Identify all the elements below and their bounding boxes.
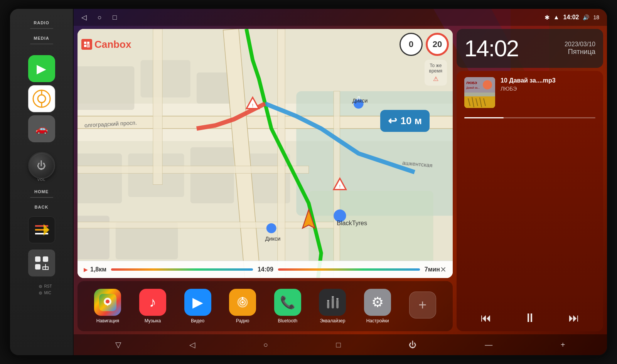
music-info: 10 Давай за....mp3 ЛЮБЭ xyxy=(501,77,595,92)
mic-dot xyxy=(39,292,42,295)
clock-date: 2023/03/10 Пятница xyxy=(565,41,595,56)
screen-area: ◁ ○ □ ✱ ▲ 14:02 🔊 18 xyxy=(74,9,607,355)
app-video-label: Видео xyxy=(191,318,204,324)
canbox-text: Canbox xyxy=(94,39,131,51)
svg-rect-47 xyxy=(84,42,86,44)
svg-text:Дикси: Дикси xyxy=(352,98,368,104)
app-music[interactable]: ♪ Музыка xyxy=(139,289,166,324)
app-settings[interactable]: ⚙ Настройки xyxy=(364,289,391,324)
power-icon: ⏻ xyxy=(37,160,46,171)
svg-text:!: ! xyxy=(252,103,253,108)
volume-icon: 🔊 xyxy=(583,14,589,20)
car-icon[interactable]: 🚗 xyxy=(28,115,55,142)
rst-item[interactable]: RST xyxy=(39,284,52,288)
clock-widget: 14:02 2023/03/10 Пятница xyxy=(457,29,603,68)
radio-button[interactable]: RADIO xyxy=(30,20,53,25)
app-equalizer-label: Эквалайзер xyxy=(320,318,345,324)
app-navigation-label: Навигация xyxy=(96,318,119,324)
clock-time: 14:02 xyxy=(464,35,518,62)
pause-button[interactable]: ⏸ xyxy=(524,311,536,325)
app-navigation[interactable]: Навигация xyxy=(94,289,121,324)
bottom-plus-btn[interactable]: + xyxy=(556,338,570,352)
nav-instruction: То же время ⚠ xyxy=(425,60,447,86)
app-equalizer-icon xyxy=(319,289,346,316)
back-button[interactable]: BACK xyxy=(35,205,49,209)
left-app-icons: ▶ 🚗 xyxy=(28,55,55,142)
svg-rect-29 xyxy=(78,222,340,228)
app-music-icon: ♪ xyxy=(139,289,166,316)
bottom-minus-btn[interactable]: — xyxy=(480,338,497,352)
svg-text:ЛЮБЭ: ЛЮБЭ xyxy=(466,81,477,85)
music-progress-fill xyxy=(464,117,504,118)
svg-rect-16 xyxy=(141,60,190,98)
rst-label: RST xyxy=(44,284,52,288)
svg-point-72 xyxy=(483,80,492,89)
music-progress-bar[interactable] xyxy=(464,117,595,118)
mic-label: MIC xyxy=(44,291,51,295)
grid-icon[interactable] xyxy=(28,249,55,276)
map-close-button[interactable]: ✕ xyxy=(440,265,447,274)
home-nav-btn[interactable]: ○ xyxy=(98,13,102,22)
svg-rect-28 xyxy=(78,166,309,173)
svg-rect-64 xyxy=(332,298,334,308)
map-stat-remaining: 7мин xyxy=(425,266,440,273)
svg-rect-60 xyxy=(242,297,243,299)
svg-rect-62 xyxy=(327,302,329,308)
speed-indicators: 0 20 xyxy=(400,33,449,56)
map-distance-value: 1,8км xyxy=(90,266,106,273)
app-radio[interactable]: Радио xyxy=(229,289,256,324)
status-right: ✱ ▲ 14:02 🔊 18 xyxy=(545,14,599,21)
svg-rect-20 xyxy=(190,147,234,203)
app-music-label: Музыка xyxy=(145,318,161,324)
svg-rect-49 xyxy=(84,45,86,47)
apps-row: Навигация ♪ Музыка ▶ xyxy=(78,281,453,331)
svg-rect-10 xyxy=(35,264,40,270)
app-bluetooth-icon: 📞 xyxy=(274,289,301,316)
music-title: 10 Давай за....mp3 xyxy=(501,77,595,84)
app-settings-label: Настройки xyxy=(366,318,389,324)
carplay-icon[interactable]: ▶ xyxy=(28,55,55,82)
svg-point-35 xyxy=(266,223,276,233)
svg-text:!: ! xyxy=(339,184,341,189)
map-stat-distance: ▶ 1,8км xyxy=(84,266,106,273)
app-add[interactable]: + xyxy=(409,292,436,321)
music-controls: ⏮ ⏸ ⏭ xyxy=(464,311,595,325)
bottom-home-btn[interactable]: ○ xyxy=(259,338,273,352)
home-button[interactable]: HOME xyxy=(30,189,53,194)
map-section: Д BlackTyres Дикси Дикси xyxy=(78,29,453,331)
app-bluetooth[interactable]: 📞 Bluetooth xyxy=(274,289,301,324)
back-nav-btn[interactable]: ◁ xyxy=(81,13,87,22)
media-button[interactable]: MEDIA xyxy=(30,36,53,40)
mic-item[interactable]: MIC xyxy=(39,291,51,295)
svg-text:Давай за...: Давай за... xyxy=(466,86,480,89)
clock-day-value: Пятница xyxy=(565,48,595,56)
prev-track-button[interactable]: ⏮ xyxy=(480,312,491,324)
map-widget[interactable]: Д BlackTyres Дикси Дикси xyxy=(78,29,453,278)
svg-text:Дикси: Дикси xyxy=(265,236,281,242)
orange-app-icon[interactable] xyxy=(28,85,55,112)
app-equalizer[interactable]: Эквалайзер xyxy=(319,289,346,324)
app-radio-label: Радио xyxy=(236,318,249,324)
power-knob[interactable]: ⏻ xyxy=(28,152,55,179)
stripes-icon[interactable] xyxy=(28,216,55,243)
map-bottom-bar: ▶ 1,8км 14:09 7мин ✕ xyxy=(78,261,453,278)
bottom-bar: ▽ ◁ ○ □ ⏻ — + xyxy=(74,334,607,355)
next-track-button[interactable]: ⏭ xyxy=(568,312,579,324)
svg-rect-18 xyxy=(78,153,122,203)
bottom-prev-btn[interactable]: ◁ xyxy=(185,338,200,352)
map-time-value: 14:09 xyxy=(258,266,273,273)
content-overlay: ◁ ○ □ ✱ ▲ 14:02 🔊 18 xyxy=(74,9,607,355)
bottom-power-btn[interactable]: ⏻ xyxy=(404,338,421,352)
bottom-recent-btn[interactable]: □ xyxy=(332,338,346,352)
svg-point-59 xyxy=(241,301,244,303)
right-section: 14:02 2023/03/10 Пятница xyxy=(457,29,603,331)
album-art: ЛЮБЭ Давай за... xyxy=(464,77,495,108)
nav-instruction-line1: То же xyxy=(429,63,442,68)
svg-rect-63 xyxy=(327,300,329,302)
wifi-status-icon: ▲ xyxy=(553,14,560,21)
status-time: 14:02 xyxy=(563,14,579,21)
bottom-back-btn[interactable]: ▽ xyxy=(111,338,126,352)
recent-nav-btn[interactable]: □ xyxy=(113,13,117,22)
left-controls: RADIO MEDIA ▶ 🚗 xyxy=(10,9,74,355)
app-video[interactable]: ▶ Видео xyxy=(184,289,211,324)
